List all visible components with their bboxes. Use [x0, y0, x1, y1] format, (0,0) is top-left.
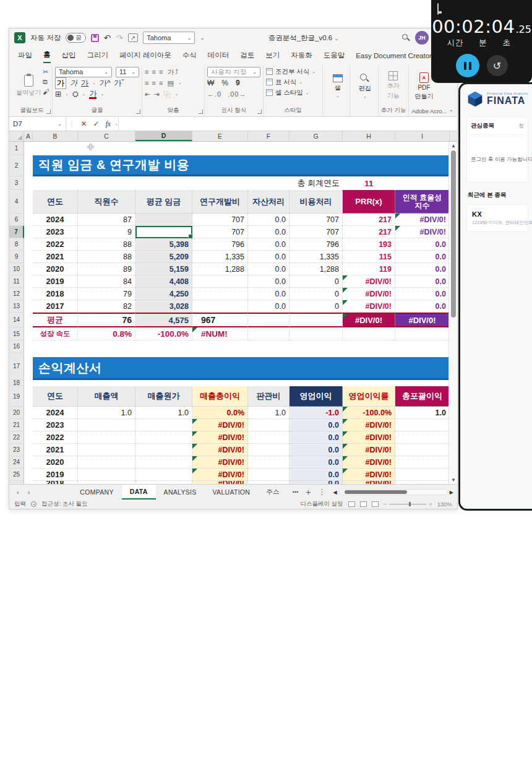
align-top-icon[interactable]: ≡ ≡ ≡ [145, 68, 163, 76]
row-header[interactable]: 10 [9, 263, 24, 275]
tab-menu-icon[interactable]: ⋮ [318, 488, 325, 496]
decimal-decrease-icon[interactable]: .00→ [228, 90, 246, 98]
table1-header-asset[interactable]: 자산처리 [248, 190, 290, 214]
hscroll-left-icon[interactable]: ◀ [333, 490, 337, 495]
row-header[interactable]: 25 [9, 469, 24, 481]
sheet-tab-jusu[interactable]: 주스 [258, 485, 288, 500]
indent-icon[interactable]: ⇤ ⇥ [145, 90, 160, 98]
row-header[interactable]: 16 [9, 340, 24, 353]
table2-header-rev[interactable]: 매출액 [78, 386, 135, 407]
autosave-toggle[interactable]: 끔 [66, 33, 86, 43]
table2-header-sga[interactable]: 판관비 [248, 386, 290, 407]
underline-dropdown-icon[interactable]: ⌄ [92, 80, 96, 85]
menu-insert[interactable]: 삽입 [62, 48, 76, 63]
comma-icon[interactable]: 9 [236, 79, 240, 87]
italic-icon[interactable]: 가 [70, 78, 77, 89]
table1-header-emp[interactable]: 직원수 [78, 190, 135, 214]
fill-color-icon[interactable]: ⛭ [72, 90, 79, 98]
hscroll-right-icon[interactable]: ▶ [450, 490, 453, 495]
format-as-table-button[interactable]: 표 서식⌄ [266, 77, 320, 87]
table2-header-op[interactable]: 영업이익 [290, 386, 343, 407]
insert-function-icon[interactable]: fx [102, 120, 114, 128]
table2-header-cogs[interactable]: 매출원가 [135, 386, 192, 407]
total-fiscal-years-value[interactable]: 11 [343, 176, 395, 190]
row-header[interactable]: 22 [9, 431, 24, 444]
menu-draw[interactable]: 그리기 [87, 48, 109, 63]
row-header[interactable]: 13 [9, 300, 24, 313]
share-icon[interactable]: ↗ [128, 33, 138, 42]
table1-header-rnd[interactable]: 연구개발비 [192, 190, 248, 214]
row-header[interactable]: 12 [9, 288, 24, 300]
reset-button[interactable]: ↺ [487, 55, 508, 76]
grow-font-icon[interactable]: 가^ [100, 78, 111, 89]
menu-file[interactable]: 파일 [18, 48, 32, 63]
conditional-formatting-button[interactable]: 조건부 서식⌄ [266, 66, 320, 77]
sheet-tab-company[interactable]: COMPANY [72, 485, 121, 500]
col-header-e[interactable]: E [192, 131, 248, 141]
menu-pagelayout[interactable]: 페이지 레이아웃 [119, 48, 171, 63]
font-dialog-launcher[interactable] [136, 110, 140, 114]
align-left-icon[interactable]: ≡ ≡ ≡ [145, 79, 163, 87]
col-header-b[interactable]: B [33, 131, 78, 141]
orientation-icon[interactable]: 가⤴ [167, 67, 179, 77]
row-header[interactable]: 24 [9, 456, 24, 469]
page-break-view-icon[interactable] [372, 501, 379, 507]
decimal-increase-icon[interactable]: ←.0 [207, 90, 221, 98]
row-header[interactable]: 15 [9, 327, 24, 340]
add-sheet-button[interactable]: + [306, 487, 311, 497]
row-header[interactable]: 20 [9, 407, 24, 419]
select-all-corner[interactable] [9, 131, 24, 141]
row-header[interactable]: 14 [9, 313, 24, 327]
table1-header-prr[interactable]: PRR(x) [343, 190, 395, 214]
accounting-icon[interactable]: ₩ [207, 79, 214, 87]
horizontal-scrollbar[interactable] [339, 489, 448, 495]
table1-header-wage[interactable]: 평균 임금 [135, 190, 192, 214]
font-size-combo[interactable]: 11⌄ [116, 67, 139, 77]
display-settings[interactable]: 디스플레이 설정 [300, 500, 343, 508]
table2-header-gross[interactable]: 매출총이익 [192, 386, 248, 407]
bold-icon[interactable]: 가 [55, 77, 66, 89]
normal-view-icon[interactable] [348, 501, 355, 507]
menu-automate[interactable]: 자동화 [291, 48, 312, 63]
row-header[interactable]: 7 [9, 226, 24, 238]
menu-help[interactable]: 도움말 [324, 48, 345, 63]
row-header[interactable]: 17 [9, 353, 24, 380]
row-header[interactable]: 8 [9, 238, 24, 251]
row-header[interactable]: 23 [9, 444, 24, 456]
menu-view[interactable]: 보기 [265, 48, 280, 63]
confirm-entry-icon[interactable]: ✓ [91, 119, 102, 128]
pip-restore-icon[interactable] [437, 3, 439, 15]
scroll-up-icon[interactable]: ▲ [449, 143, 457, 149]
row-header[interactable]: 3 [9, 176, 24, 190]
row-header[interactable]: 19 [9, 386, 24, 407]
row-header[interactable]: 6 [9, 214, 24, 226]
ribbon-collapse-icon[interactable]: ⌄ [448, 106, 453, 113]
accessibility-status[interactable]: 접근성: 조사 필요 [41, 500, 87, 508]
qat-font-combo[interactable]: Tahoma⌄ [143, 32, 195, 44]
merge-icon[interactable]: ⿻ [164, 89, 171, 99]
table1-header-exp[interactable]: 비용처리 [290, 190, 343, 214]
cancel-entry-icon[interactable]: ✕ [77, 119, 91, 128]
number-format-combo[interactable]: 사용자 지정⌄ [207, 67, 260, 77]
table1-header-eff[interactable]: 인적 효율성지수 [395, 190, 448, 214]
scroll-down-icon[interactable]: ▼ [449, 477, 457, 483]
table1-header-year[interactable]: 연도 [33, 190, 78, 214]
menu-data[interactable]: 데이터 [208, 48, 230, 63]
page-layout-view-icon[interactable] [360, 501, 367, 507]
tab-scroll-left-icon[interactable]: ‹ [17, 488, 19, 496]
table2-header-opm[interactable]: 영업이익률 [343, 386, 395, 407]
save-icon[interactable] [91, 34, 99, 42]
col-header-i[interactable]: I [395, 131, 450, 141]
col-header-f[interactable]: F [248, 131, 290, 141]
col-header-d[interactable]: D [135, 131, 192, 141]
row-header[interactable]: 11 [9, 275, 24, 288]
finata-brand[interactable]: Financial Data Analysis FINATA [466, 90, 528, 108]
underline-icon[interactable]: 가 [81, 78, 88, 89]
menu-easy-document-creator[interactable]: Easy Document Creator [356, 50, 432, 62]
row-header[interactable]: 2 [9, 155, 24, 176]
tab-overflow-icon[interactable]: ••• [293, 489, 298, 495]
table2-header-year[interactable]: 연도 [33, 386, 78, 407]
alignment-dialog-launcher[interactable] [199, 110, 203, 114]
clipboard-dialog-launcher[interactable] [46, 110, 51, 114]
excel-logo-icon[interactable]: X [14, 32, 25, 43]
